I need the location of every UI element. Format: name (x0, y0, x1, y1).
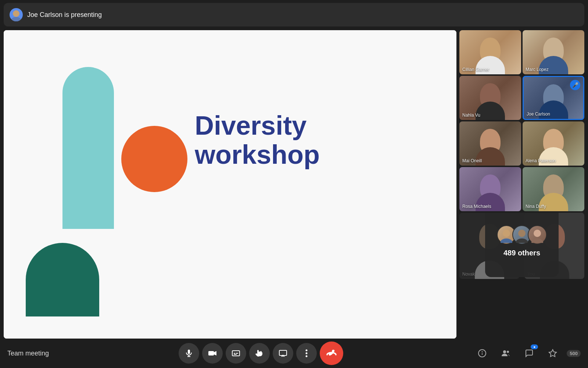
slide-shape-dark-green (26, 243, 99, 316)
partial-participants-row: 489 others Novak You (459, 213, 584, 279)
controls-right: ● 500 (473, 344, 581, 363)
participant-count-area: 500 (567, 350, 581, 357)
slide-text-title: Diversity workshop (195, 111, 334, 169)
camera-button[interactable] (202, 343, 223, 364)
svg-point-2 (503, 230, 510, 237)
svg-point-21 (305, 355, 307, 357)
bottom-bar: Team meeting (0, 339, 588, 368)
participant-name: Rosa Michaels (462, 204, 491, 209)
svg-point-1 (11, 17, 21, 21)
top-bar: Joe Carlson is presenting (4, 3, 584, 26)
captions-button[interactable] (226, 343, 246, 364)
participant-count: 500 (567, 350, 581, 357)
others-count-label: 489 others (503, 249, 540, 257)
svg-marker-27 (549, 350, 556, 357)
main-area: Diversity workshop Cillian Garner (4, 30, 584, 339)
svg-point-20 (305, 353, 307, 354)
participants-panel: Cillian Garner Marc Lopez Nahla Vu (459, 30, 584, 339)
controls-center (179, 342, 343, 365)
svg-point-7 (531, 238, 543, 243)
slide-container: Diversity workshop (4, 30, 456, 339)
participant-tile[interactable]: Cillian Garner (459, 30, 521, 74)
speaking-icon: 🎤 (570, 80, 580, 90)
participant-name: Nahla Vu (462, 113, 480, 118)
participant-name: Marc Lopez (526, 67, 549, 72)
mini-avatar (528, 225, 547, 244)
others-tile[interactable]: 489 others (485, 213, 559, 277)
svg-point-6 (534, 230, 541, 237)
more-options-button[interactable] (296, 343, 317, 364)
participant-name: Cillian Garner (462, 67, 489, 72)
raise-hand-button[interactable] (249, 343, 270, 364)
participants-grid: Cillian Garner Marc Lopez Nahla Vu (459, 30, 584, 211)
svg-point-25 (503, 350, 506, 353)
present-button[interactable] (273, 343, 293, 364)
activities-button[interactable] (543, 344, 562, 363)
participant-name: Nina Duffy (526, 204, 546, 209)
participant-name: Novak (462, 272, 475, 277)
others-avatars (497, 225, 547, 244)
svg-point-4 (518, 230, 526, 237)
svg-point-19 (305, 350, 307, 351)
mic-button[interactable] (179, 343, 199, 364)
slide-shape-orange-circle (121, 126, 187, 192)
participant-name: Mai Oneill (462, 158, 482, 163)
participant-tile-active[interactable]: Joe Carlson 🎤 (523, 76, 584, 120)
participant-name: Joe Carlson (527, 112, 550, 117)
slide-content: Diversity workshop (4, 30, 456, 339)
presenter-text: Joe Carlson is presenting (27, 11, 102, 19)
svg-point-0 (13, 10, 19, 17)
participant-tile[interactable]: Nahla Vu (459, 76, 521, 120)
meeting-name: Team meeting (7, 350, 49, 357)
info-button[interactable] (473, 344, 492, 363)
participant-tile[interactable]: Mai Oneill (459, 121, 521, 166)
svg-point-5 (516, 238, 528, 243)
people-button[interactable] (496, 344, 515, 363)
svg-point-3 (501, 238, 512, 243)
chat-button[interactable]: ● (520, 344, 539, 363)
svg-rect-11 (208, 351, 214, 355)
svg-marker-12 (214, 351, 216, 355)
svg-point-26 (507, 351, 509, 353)
presenter-avatar (10, 8, 23, 21)
slide-shape-teal-rect (62, 67, 114, 229)
participant-tile[interactable]: Marc Lopez (523, 30, 584, 74)
participant-tile[interactable]: Rosa Michaels (459, 167, 521, 211)
participant-tile[interactable]: Nina Duffy (523, 167, 584, 211)
svg-rect-8 (188, 350, 190, 354)
end-call-button[interactable] (320, 342, 343, 365)
participant-tile[interactable]: Alena Paterson (523, 121, 584, 166)
participant-name: Alena Paterson (526, 158, 556, 163)
chat-badge: ● (531, 344, 538, 349)
